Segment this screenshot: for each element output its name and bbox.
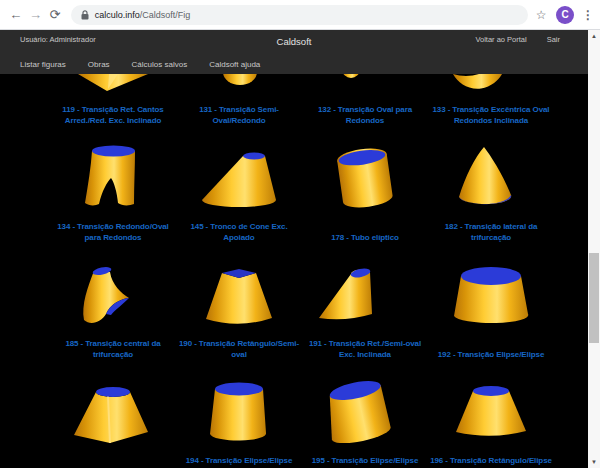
menu-item-listar-figuras[interactable]: Listar figuras bbox=[20, 60, 66, 69]
figure-grid: 119 - Transição Ret. CantosArred./Red. E… bbox=[50, 74, 554, 468]
figure-thumbnail[interactable] bbox=[50, 129, 176, 209]
figure-card-195[interactable]: 195 - Transição Elipse/ElipseExc. Inclin… bbox=[302, 363, 428, 468]
figure-caption: 191 - Transição Ret./Semi-ovalExc. Incli… bbox=[296, 326, 434, 363]
figure-card-131[interactable]: 131 - Transição Semi-Oval/Redondo bbox=[176, 74, 302, 129]
figure-caption: 132 - Transição Oval paraRedondos bbox=[296, 92, 434, 129]
figure-caption-line: 190 - Transição Retângulo/Semi- bbox=[170, 338, 308, 349]
browser-toolbar: ← → ⟳ calculo.info/Caldsoft/Fig ☆ C ⋮ bbox=[0, 0, 600, 30]
figure-thumbnail[interactable] bbox=[50, 363, 176, 443]
figure-thumbnail[interactable] bbox=[428, 129, 554, 209]
scroll-up-icon[interactable]: ▲ bbox=[588, 30, 600, 42]
figure-thumbnail[interactable] bbox=[302, 246, 428, 326]
menu-item-caldsoft-ajuda[interactable]: Caldsoft ajuda bbox=[209, 60, 260, 69]
figure-caption: 133 - Transição Excêntrica OvalRedondos … bbox=[422, 92, 560, 129]
figure-card-194[interactable]: 194 - Transição Elipse/ElipseExc. bbox=[176, 363, 302, 468]
scroll-down-icon[interactable]: ▼ bbox=[588, 456, 600, 468]
page-scrollbar[interactable]: ▲ ▼ bbox=[588, 30, 600, 468]
figure-caption-line: 194 - Transição Elipse/Elipse bbox=[170, 455, 308, 466]
figure-caption-line: 182 - Transição lateral da bbox=[422, 221, 560, 232]
figure-caption: 195 - Transição Elipse/ElipseExc. Inclin… bbox=[296, 443, 434, 468]
figure-caption-line: trifurcação bbox=[44, 349, 182, 360]
site-header: Usuário: Administrador Caldsoft Voltar a… bbox=[0, 30, 588, 74]
figure-card-196[interactable]: 196 - Transição Retângulo/ElipseExc. bbox=[428, 363, 554, 468]
figure-card-119[interactable]: 119 - Transição Ret. CantosArred./Red. E… bbox=[50, 74, 176, 129]
main-menu: Listar figuras Obras Cálculos salvos Cal… bbox=[0, 52, 588, 69]
figure-caption-line: Exc. Inclinada bbox=[296, 349, 434, 360]
figure-thumbnail[interactable] bbox=[302, 363, 428, 443]
menu-item-calculos-salvos[interactable]: Cálculos salvos bbox=[132, 60, 188, 69]
figure-caption-line: oval bbox=[170, 349, 308, 360]
profile-avatar[interactable]: C bbox=[556, 6, 574, 24]
figure-caption-line: Oval/Redondo bbox=[170, 115, 308, 126]
figure-thumbnail[interactable] bbox=[176, 363, 302, 443]
figure-caption-line: 192 - Transição Elipse/Elipse bbox=[422, 349, 560, 360]
figure-caption: 193 - Transição Retângulo/Elipse bbox=[44, 443, 182, 468]
figure-card-145[interactable]: 145 - Tronco de Cone Exc.Apoiado bbox=[176, 129, 302, 246]
figure-thumbnail[interactable] bbox=[176, 74, 302, 92]
figure-caption: 192 - Transição Elipse/Elipse bbox=[422, 326, 560, 363]
lock-icon bbox=[81, 10, 89, 20]
portal-link[interactable]: Voltar ao Portal bbox=[475, 35, 526, 44]
figure-card-133[interactable]: 133 - Transição Excêntrica OvalRedondos … bbox=[428, 74, 554, 129]
forward-icon[interactable]: → bbox=[26, 0, 46, 30]
figure-caption: 185 - Transição central datrifurcação bbox=[44, 326, 182, 363]
figure-caption-line: Apoiado bbox=[170, 232, 308, 243]
figure-caption: 194 - Transição Elipse/ElipseExc. bbox=[170, 443, 308, 468]
figure-caption-line: 185 - Transição central da bbox=[44, 338, 182, 349]
figure-card-132[interactable]: 132 - Transição Oval paraRedondos bbox=[302, 74, 428, 129]
figure-caption-line: 195 - Transição Elipse/Elipse bbox=[296, 455, 434, 466]
scrollbar-thumb[interactable] bbox=[589, 253, 599, 343]
figure-card-134[interactable]: 134 - Transição Redondo/Ovalpara Redondo… bbox=[50, 129, 176, 246]
figure-thumbnail[interactable] bbox=[302, 129, 428, 209]
logout-link[interactable]: Sair bbox=[547, 35, 560, 44]
figure-caption: 134 - Transição Redondo/Ovalpara Redondo… bbox=[44, 209, 182, 246]
address-bar[interactable]: calculo.info/Caldsoft/Fig bbox=[71, 5, 528, 25]
page-content: Usuário: Administrador Caldsoft Voltar a… bbox=[0, 30, 588, 468]
figure-caption-line: 131 - Transição Semi- bbox=[170, 104, 308, 115]
figure-caption-line: 132 - Transição Oval para bbox=[296, 104, 434, 115]
figure-caption-line: 133 - Transição Excêntrica Oval bbox=[422, 104, 560, 115]
figure-caption: 131 - Transição Semi-Oval/Redondo bbox=[170, 92, 308, 129]
figure-card-190[interactable]: 190 - Transição Retângulo/Semi-oval bbox=[176, 246, 302, 363]
figure-card-192[interactable]: 192 - Transição Elipse/Elipse bbox=[428, 246, 554, 363]
figure-caption: 145 - Tronco de Cone Exc.Apoiado bbox=[170, 209, 308, 246]
figure-caption-line: Arred./Red. Exc. Inclinado bbox=[44, 115, 182, 126]
figure-caption: 190 - Transição Retângulo/Semi-oval bbox=[170, 326, 308, 363]
figure-thumbnail[interactable] bbox=[428, 246, 554, 326]
figure-thumbnail[interactable] bbox=[50, 246, 176, 326]
menu-item-obras[interactable]: Obras bbox=[88, 60, 110, 69]
figure-thumbnail[interactable] bbox=[302, 74, 428, 92]
figure-caption-line: 134 - Transição Redondo/Oval bbox=[44, 221, 182, 232]
figure-thumbnail[interactable] bbox=[50, 74, 176, 92]
figure-card-182[interactable]: 182 - Transição lateral datrifurcação bbox=[428, 129, 554, 246]
figure-card-191[interactable]: 191 - Transição Ret./Semi-ovalExc. Incli… bbox=[302, 246, 428, 363]
figure-card-193[interactable]: 193 - Transição Retângulo/Elipse bbox=[50, 363, 176, 468]
menu-dots-icon[interactable]: ⋮ bbox=[582, 8, 594, 22]
figure-thumbnail[interactable] bbox=[176, 129, 302, 209]
figure-caption: 196 - Transição Retângulo/ElipseExc. bbox=[422, 443, 560, 468]
figure-caption-line: 178 - Tubo elíptico bbox=[296, 232, 434, 243]
figure-caption: 182 - Transição lateral datrifurcação bbox=[422, 209, 560, 246]
figure-caption-line: para Redondos bbox=[44, 232, 182, 243]
bookmark-star-icon[interactable]: ☆ bbox=[536, 8, 547, 22]
figure-thumbnail[interactable] bbox=[428, 363, 554, 443]
figure-card-178[interactable]: 178 - Tubo elíptico bbox=[302, 129, 428, 246]
figure-card-185[interactable]: 185 - Transição central datrifurcação bbox=[50, 246, 176, 363]
figure-caption-line: 191 - Transição Ret./Semi-oval bbox=[296, 338, 434, 349]
figure-caption-line: Redondos Inclinada bbox=[422, 115, 560, 126]
figure-caption-line: 196 - Transição Retângulo/Elipse bbox=[422, 455, 560, 466]
url-path: /Caldsoft/Fig bbox=[140, 10, 191, 20]
figure-thumbnail[interactable] bbox=[428, 74, 554, 92]
reload-icon[interactable]: ⟳ bbox=[45, 0, 65, 30]
figure-caption-line: 119 - Transição Ret. Cantos bbox=[44, 104, 182, 115]
figure-thumbnail[interactable] bbox=[176, 246, 302, 326]
figure-caption-line: Redondos bbox=[296, 115, 434, 126]
figure-caption: 119 - Transição Ret. CantosArred./Red. E… bbox=[44, 92, 182, 129]
figure-caption: 178 - Tubo elíptico bbox=[296, 209, 434, 246]
figure-caption-line: trifurcação bbox=[422, 232, 560, 243]
back-icon[interactable]: ← bbox=[6, 0, 26, 30]
figure-caption-line: 145 - Tronco de Cone Exc. bbox=[170, 221, 308, 232]
url-host: calculo.info bbox=[95, 10, 140, 20]
